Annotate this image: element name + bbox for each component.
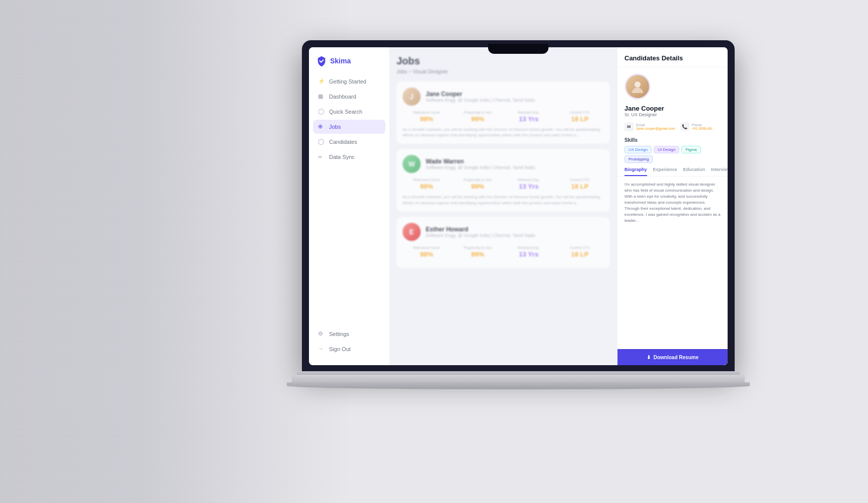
- profile-name: Jane Cooper: [624, 105, 721, 112]
- candidate-header-jane: J Jane Cooper Software Engg. @ Google In…: [403, 88, 604, 106]
- laptop-container: Skima ⚡ Getting Started ▦ Dashboard: [0, 0, 868, 503]
- jobs-icon: ⊕: [318, 123, 325, 130]
- candidates-icon: ◯: [318, 138, 325, 145]
- tab-education[interactable]: Education: [683, 167, 705, 176]
- sidebar-item-jobs[interactable]: ⊕ Jobs: [313, 120, 385, 134]
- candidate-card-wade[interactable]: W Wade Warren Software Engg. @ Google In…: [397, 149, 610, 211]
- camera-notch: [488, 44, 548, 54]
- candidate-info-jane: Jane Cooper Software Engg. @ Google Indi…: [426, 91, 535, 103]
- sidebar-item-candidates[interactable]: ◯ Candidates: [313, 135, 385, 149]
- avatar-jane: J: [403, 88, 421, 106]
- logo-text: Skima: [330, 57, 351, 65]
- download-resume-button[interactable]: ⬇ Download Resume: [617, 349, 728, 365]
- biography-section: I'm accomplished and highly skilled visu…: [617, 177, 728, 349]
- download-icon: ⬇: [647, 355, 651, 360]
- skill-ui-design: UI Design: [654, 146, 679, 153]
- avatar-wade: W: [403, 155, 421, 173]
- sign-out-icon: →: [318, 346, 325, 353]
- candidate-header-wade: W Wade Warren Software Engg. @ Google In…: [403, 155, 604, 173]
- profile-role: Sr. UX Designer: [624, 112, 721, 117]
- tab-biography[interactable]: Biography: [624, 167, 647, 176]
- skills-tags: UX Design UI Design Figma Prototyping: [624, 146, 721, 163]
- biography-text: I'm accomplished and highly skilled visu…: [624, 182, 721, 224]
- dashboard-icon: ▦: [318, 93, 325, 100]
- profile-avatar: [624, 73, 651, 100]
- screen-content: Skima ⚡ Getting Started ▦ Dashboard: [309, 47, 728, 365]
- current-ctc: Current CTC 18 LP: [556, 111, 604, 123]
- candidate-header-esther: E Esther Howard Software Engg. @ Google …: [403, 223, 604, 241]
- propensity-join: Propensity to Join 99%: [454, 111, 502, 123]
- sidebar-item-quick-search[interactable]: ◯ Quick Search: [313, 105, 385, 119]
- logo: Skima: [309, 55, 389, 74]
- main-content: Jobs Jobs > Visual Designer J Jane Coope…: [389, 47, 617, 365]
- candidate-card-esther[interactable]: E Esther Howard Software Engg. @ Google …: [397, 217, 610, 268]
- skill-figma: Figma: [681, 146, 700, 153]
- tab-experience[interactable]: Experience: [653, 167, 677, 176]
- settings-icon: ⚙: [318, 330, 325, 338]
- skill-ux-design: UX Design: [624, 146, 652, 153]
- decorative-overlay: [0, 0, 352, 503]
- sidebar-item-dashboard[interactable]: ▦ Dashboard: [313, 90, 385, 104]
- page-title: Jobs: [397, 55, 610, 67]
- candidate-profile: Jane Cooper Sr. UX Designer ✉ Email Jane…: [617, 67, 728, 137]
- panel-header: Candidates Details: [617, 47, 728, 67]
- avatar-esther: E: [403, 223, 421, 241]
- contact-email: ✉ Email Jane.cooper@gmail.com: [624, 122, 675, 131]
- candidate-card-jane[interactable]: J Jane Cooper Software Engg. @ Google In…: [397, 81, 610, 144]
- sidebar-nav: ⚡ Getting Started ▦ Dashboard ◯ Quick Se…: [309, 74, 389, 327]
- skill-prototyping: Prototyping: [624, 155, 653, 163]
- sidebar-item-getting-started[interactable]: ⚡ Getting Started: [313, 74, 385, 89]
- skills-title: Skills: [624, 137, 721, 143]
- laptop-screen: Skima ⚡ Getting Started ▦ Dashboard: [302, 40, 735, 372]
- tabs: Biography Experience Education Interview: [624, 167, 721, 176]
- stats-jane: Relevance Score 98% Propensity to Join 9…: [403, 111, 604, 123]
- svg-point-0: [635, 81, 641, 88]
- candidate-info-wade: Wade Warren Software Engg. @ Google Indi…: [426, 158, 535, 170]
- sidebar-bottom: ⚙ Settings → Sign Out: [309, 327, 389, 357]
- email-details: Email Jane.cooper@gmail.com: [636, 123, 675, 130]
- phone-icon: 📞: [680, 122, 689, 131]
- logo-icon: [316, 55, 327, 66]
- panel-title: Candidates Details: [624, 54, 721, 62]
- email-icon: ✉: [624, 122, 634, 131]
- sidebar-item-settings[interactable]: ⚙ Settings: [313, 327, 385, 341]
- tabs-section: Biography Experience Education Interview: [617, 163, 728, 177]
- profile-name-section: Jane Cooper Sr. UX Designer: [624, 105, 721, 117]
- candidates-panel: Candidates Details Jane Cooper: [617, 47, 728, 365]
- contact-row: ✉ Email Jane.cooper@gmail.com 📞 Phone: [624, 122, 721, 131]
- candidate-info-esther: Esther Howard Software Engg. @ Google In…: [426, 226, 535, 238]
- search-icon: ◯: [318, 108, 325, 115]
- stats-esther: Relevance Score 98% Propensity to Join 9…: [403, 246, 604, 258]
- sidebar-item-data-sync[interactable]: ∞ Data Sync: [313, 150, 385, 164]
- laptop-base-bottom: [287, 382, 750, 389]
- relevance-score: Relevance Score 98%: [403, 111, 451, 123]
- sidebar: Skima ⚡ Getting Started ▦ Dashboard: [309, 47, 389, 365]
- sidebar-item-sign-out[interactable]: → Sign Out: [313, 342, 385, 356]
- relevant-exp: Relevant Exp. 13 Yrs: [505, 111, 553, 123]
- contact-phone: 📞 Phone +91 9999-88...: [680, 122, 715, 131]
- breadcrumb: Jobs > Visual Designer: [397, 69, 610, 74]
- tab-interview[interactable]: Interview: [711, 167, 728, 176]
- data-sync-icon: ∞: [318, 153, 325, 160]
- skills-section: Skills UX Design UI Design Figma Prototy…: [617, 137, 728, 163]
- getting-started-icon: ⚡: [318, 78, 325, 85]
- phone-details: Phone +91 9999-88...: [692, 123, 715, 130]
- stats-wade: Relevance Score 98% Propensity to Join 9…: [403, 178, 604, 190]
